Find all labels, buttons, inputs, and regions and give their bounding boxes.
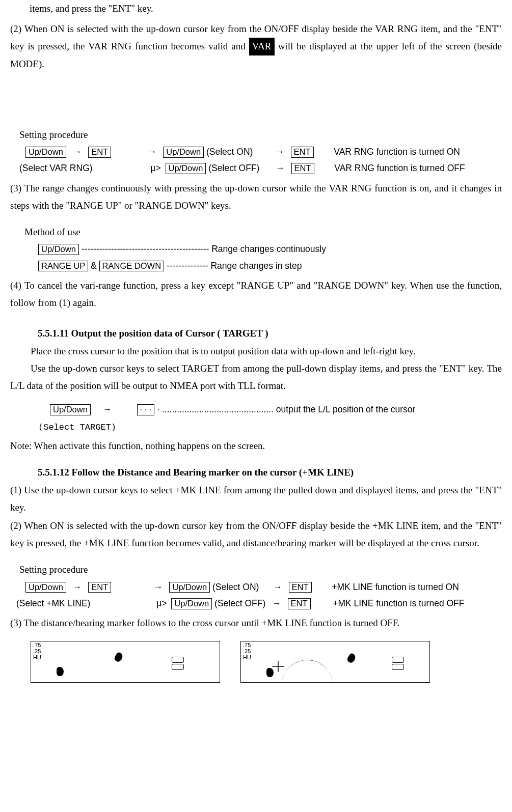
blob-icon (346, 653, 357, 664)
arrow-icon: → (97, 402, 118, 418)
arrow-icon: → (273, 582, 282, 592)
key-rangeup[interactable]: RANGE UP (38, 261, 88, 272)
key-updown[interactable]: Up/Down (169, 582, 210, 593)
method-text-1: ----------------------------------------… (79, 244, 326, 254)
p-mkline-2: (2) When ON is selected with the up-down… (10, 517, 502, 552)
p-items-press-ent: items, and press the "ENT" key. (30, 0, 502, 17)
key-updown[interactable]: Up/Down (38, 244, 79, 255)
dots-arc-icon (282, 660, 333, 683)
method-of-use-header: Method of use (24, 223, 502, 241)
page: items, and press the "ENT" key. (2) When… (0, 0, 512, 683)
setting-procedure-mk-row2: (Select +MK LINE) µ> Up/Down (Select OFF… (16, 596, 502, 612)
arrow-icon: → (148, 147, 157, 157)
p-var-rng-on-desc: (2) When ON is selected with the up-down… (10, 20, 502, 73)
heading-5-5-1-12: 5.5.1.12 Follow the Distance and Bearing… (38, 464, 502, 481)
arrow-icon: → (276, 163, 285, 173)
label-select-on: (Select ON) (206, 147, 253, 157)
key-ent[interactable]: ENT (291, 163, 314, 174)
result-var-on: VAR RNG function is turned ON (334, 147, 460, 157)
p3-range-changes: (3) The range changes continuously with … (10, 180, 502, 214)
branch-icon: µ> (156, 598, 167, 608)
cross-cursor-icon (273, 661, 284, 672)
result-mk-off: +MK LINE function is turned OFF (333, 598, 464, 608)
figure-box-2: .75 .25 HU (240, 641, 430, 683)
setting-procedure-var-row2: (Select VAR RNG) µ> Up/Down (Select OFF)… (19, 160, 502, 177)
key-ent[interactable]: ENT (88, 147, 111, 158)
figure-corner-text: .75 .25 HU (33, 642, 41, 660)
branch-icon: µ> (150, 163, 160, 173)
figure-box-1: .75 .25 HU (31, 641, 220, 683)
method-row-1: Up/Down --------------------------------… (38, 241, 502, 258)
arrow-icon: → (73, 582, 82, 592)
mini-boxes-icon (172, 657, 184, 670)
label-select-on: (Select ON) (212, 582, 259, 592)
mini-boxes-icon (392, 657, 404, 670)
target-output-text: · ......................................… (154, 404, 415, 414)
arrow-icon: → (275, 147, 284, 157)
heading-number: 5.5.1.11 (38, 328, 69, 339)
key-ent[interactable]: ENT (88, 582, 111, 593)
p-target-place-cursor: Place the cross cursor to the position t… (20, 343, 502, 360)
heading-title: Output the position data of Cursor ( TAR… (69, 328, 268, 339)
method-row-2: RANGE UP & RANGE DOWN -------------- Ran… (38, 258, 502, 274)
key-updown[interactable]: Up/Down (166, 163, 206, 174)
blob-icon (113, 652, 124, 663)
key-updown[interactable]: Up/Down (50, 404, 91, 415)
key-ent[interactable]: ENT (288, 598, 311, 609)
note-target: Note: When activate this function, nothi… (10, 437, 502, 455)
result-var-off: VAR RNG function is turned OFF (334, 163, 465, 173)
key-updown[interactable]: Up/Down (25, 147, 66, 158)
blob-icon (57, 667, 64, 676)
key-rangedown[interactable]: RANGE DOWN (99, 261, 165, 272)
setting-procedure-header-1: Setting procedure (19, 126, 502, 144)
figure-row: .75 .25 HU .75 .25 HU (31, 641, 502, 683)
p4-cancel-vari-range: (4) To cancel the vari-range function, p… (10, 277, 502, 312)
key-dots[interactable]: · · · (137, 404, 155, 415)
setting-procedure-header-2: Setting procedure (19, 561, 502, 578)
p-mkline-1: (1) Use the up-down cursor keys to selec… (10, 482, 502, 516)
target-procedure-row: Up/Down → · · · · ......................… (50, 402, 502, 418)
label-select-var-rng: (Select VAR RNG) (19, 163, 93, 173)
setting-procedure-var-row1: Up/Down → ENT → Up/Down (Select ON) → EN… (25, 144, 502, 160)
heading-number: 5.5.1.12 (38, 467, 69, 478)
arrow-icon: → (272, 598, 281, 608)
blob-icon (266, 668, 274, 677)
result-mk-on: +MK LINE function is turned ON (332, 582, 459, 592)
arrow-icon: → (154, 582, 163, 592)
key-updown[interactable]: Up/Down (171, 598, 212, 609)
heading-5-5-1-11: 5.5.1.11 Output the position data of Cur… (38, 325, 502, 342)
key-ent[interactable]: ENT (289, 582, 312, 593)
label-select-mk-line: (Select +MK LINE) (16, 598, 90, 608)
figure-corner-text: .75 .25 HU (243, 642, 251, 660)
key-ent[interactable]: ENT (291, 147, 314, 158)
var-badge: VAR (249, 38, 275, 55)
heading-title: Follow the Distance and Bearing marker o… (69, 467, 354, 478)
label-select-target: (Select TARGET) (38, 420, 502, 436)
key-updown[interactable]: Up/Down (163, 147, 204, 158)
p-target-use-updown: Use the up-down cursor keys to select TA… (10, 360, 502, 395)
key-updown[interactable]: Up/Down (25, 582, 66, 593)
arrow-icon: → (73, 147, 82, 157)
label-select-off: (Select OFF) (214, 598, 265, 608)
method-text-2: -------------- Range changes in step (164, 261, 302, 271)
method-amp: & (88, 261, 99, 271)
setting-procedure-mk-row1: Up/Down → ENT → Up/Down (Select ON) → EN… (25, 579, 502, 596)
label-select-off: (Select OFF) (208, 163, 259, 173)
p-mkline-3: (3) The distance/bearing marker follows … (10, 614, 502, 632)
